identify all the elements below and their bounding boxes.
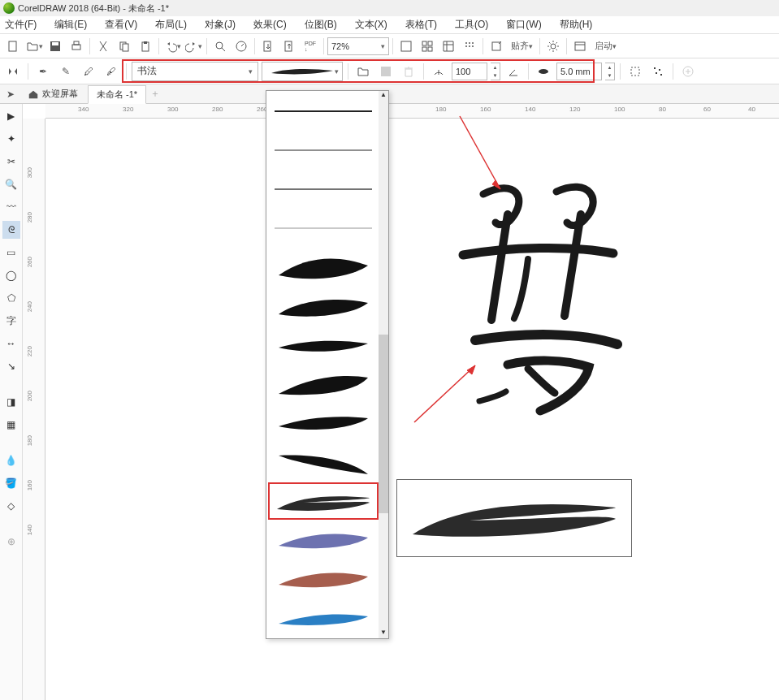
copy-icon[interactable] [115,37,134,56]
save-brush-icon[interactable] [376,62,396,81]
add-tab-icon[interactable]: ＋ [148,87,162,102]
import-icon[interactable] [258,37,278,56]
brush-item-selected[interactable] [268,482,379,520]
settings-icon[interactable] [543,37,563,56]
folder-icon[interactable] [353,62,373,81]
pick-icon[interactable]: ➤ [3,87,18,102]
tab-document[interactable]: 未命名 -1* [88,85,146,104]
window-icon[interactable] [570,37,590,56]
bounds-icon[interactable] [625,62,645,81]
menu-view[interactable]: 查看(V) [105,18,137,32]
svg-rect-13 [401,41,411,51]
width-input[interactable]: 5.0 mm [556,63,602,80]
brush-item[interactable] [268,287,379,325]
dotgrid-icon[interactable] [460,37,479,56]
brush-item[interactable] [268,365,379,403]
text-tool-icon[interactable]: 字 [2,312,20,330]
brush-item[interactable] [268,599,379,637]
brush-item[interactable] [268,171,379,208]
shape-tool-icon[interactable]: ✦ [2,130,20,148]
rectangle-tool-icon[interactable]: ▭ [2,244,20,261]
tilt-input[interactable]: 100 [452,63,487,80]
svg-point-30 [654,67,656,69]
connector-tool-icon[interactable]: ↘ [2,357,20,375]
eyedropper-tool-icon[interactable]: 💧 [2,452,20,469]
open-icon[interactable]: ▾ [24,37,44,56]
brush-item[interactable] [268,210,379,247]
cut-icon[interactable] [93,37,113,56]
print-icon[interactable] [67,37,86,56]
delete-icon[interactable] [399,62,418,81]
menu-text[interactable]: 文本(X) [355,18,387,32]
outline-tool-icon[interactable]: ◇ [2,497,20,515]
polygon-tool-icon[interactable]: ⬠ [2,289,20,307]
ellipse-tool-icon[interactable]: ◯ [2,266,20,284]
menu-window[interactable]: 窗口(W) [506,18,541,32]
dim-tool-icon[interactable]: ↔ [2,335,20,352]
search-icon[interactable] [210,37,230,56]
launch-button[interactable]: 启动 ▾ [591,37,620,56]
pen4-icon[interactable]: 🖋 [102,62,121,81]
brush-item[interactable] [268,93,379,130]
brush-item[interactable] [268,560,379,598]
menu-edit[interactable]: 编辑(E) [54,18,87,32]
brush-item[interactable] [268,521,379,559]
expand-tool-icon[interactable]: ⊕ [2,533,20,551]
dropshadow-tool-icon[interactable]: ◨ [2,393,20,411]
guides-icon[interactable] [439,37,458,56]
gauge-icon[interactable] [232,37,251,56]
fill-tool-icon[interactable]: 🪣 [2,474,20,492]
menu-bitmap[interactable]: 位图(B) [305,18,337,32]
tilt-spinner[interactable]: ▲▼ [491,63,500,80]
transparency-tool-icon[interactable]: ▦ [2,416,20,434]
artistic-media-tool-icon[interactable]: ᘓ [2,221,20,239]
brush-category-dropdown[interactable]: 书法 ▾ [132,62,258,81]
fullscreen-icon[interactable] [396,37,416,56]
pen1-icon[interactable]: ✒ [33,62,53,81]
document-tabs: ➤ 欢迎屏幕 未命名 -1* ＋ [0,84,779,104]
brush-item[interactable] [268,248,379,286]
chevron-down-icon: ▾ [335,67,339,76]
brush-item[interactable] [268,443,379,481]
new-icon[interactable] [3,37,23,56]
export-icon[interactable] [279,37,299,56]
pdf-icon[interactable]: PDF↓ [301,37,320,56]
zoom-tool-icon[interactable]: 🔍 [2,175,20,193]
width-spinner[interactable]: ▲▼ [605,63,615,80]
svg-point-28 [539,69,548,74]
menu-effect[interactable]: 效果(C) [253,18,287,32]
paste-icon[interactable] [136,37,155,56]
scrollbar[interactable]: ▲ ▼ [379,91,388,638]
grid-icon[interactable] [418,37,437,56]
menu-layout[interactable]: 布局(L) [155,18,187,32]
pick-tool-icon[interactable]: ▶ [2,107,20,125]
add-icon[interactable] [678,62,698,81]
pen3-icon[interactable]: 🖊 [79,62,98,81]
toolbox: ▶ ✦ ✂ 🔍 〰 ᘓ ▭ ◯ ⬠ 字 ↔ ↘ ◨ ▦ 💧 🪣 ◇ ⊕ [0,104,23,700]
scrollbar-thumb[interactable] [379,335,388,513]
menu-object[interactable]: 对象(J) [205,18,236,32]
mirror-h-icon[interactable] [3,62,23,81]
tilt-icon[interactable] [429,62,448,81]
snap-dropdown[interactable]: 贴齐 ▾ [508,37,536,56]
options-icon[interactable] [487,37,506,56]
scatter-icon[interactable] [648,62,668,81]
brush-stroke-dropdown[interactable]: ▾ [262,62,343,81]
undo-icon[interactable]: ▾ [162,37,182,56]
menu-table[interactable]: 表格(T) [405,18,437,32]
tab-welcome[interactable]: 欢迎屏幕 [19,85,86,102]
menu-tools[interactable]: 工具(O) [455,18,488,32]
zoom-level-input[interactable]: 72%▾ [327,37,389,55]
crop-tool-icon[interactable]: ✂ [2,153,20,171]
freehand-tool-icon[interactable]: 〰 [2,198,20,216]
brush-item[interactable] [268,326,379,364]
angle-icon[interactable] [504,62,523,81]
menu-file[interactable]: 文件(F) [5,18,37,32]
menu-help[interactable]: 帮助(H) [560,18,593,32]
brush-item[interactable] [268,404,379,442]
nib-icon[interactable] [534,62,553,81]
pen2-icon[interactable]: ✎ [56,62,76,81]
brush-item[interactable] [268,132,379,169]
save-icon[interactable] [45,37,65,56]
redo-icon[interactable]: ▾ [184,37,203,56]
